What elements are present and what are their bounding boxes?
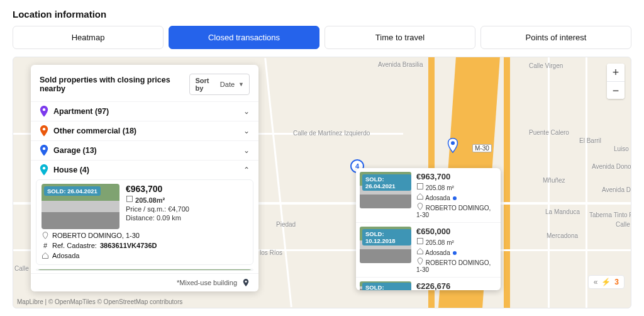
chevron-down-icon: ⌄ (243, 127, 250, 135)
results-panel: Sold properties with closing prices near… (31, 65, 258, 291)
svg-rect-7 (127, 196, 133, 202)
svg-point-6 (43, 167, 45, 169)
category-label: House (4) (53, 166, 238, 174)
chevron-down-icon: ⌄ (243, 146, 250, 155)
street-label: Puente Calero (529, 129, 569, 136)
street-label: los Ríos (260, 249, 282, 256)
street-label: Avenida Donostiarra (602, 186, 631, 193)
home-icon (416, 193, 424, 200)
tab-closed-transactions[interactable]: Closed transactions (169, 26, 319, 49)
popup-subtype: Adosada (416, 193, 497, 201)
listing-address: ROBERTO DOMINGO, 1-30 (42, 232, 248, 239)
category-list: Apartment (97) ⌄ Other commercial (18) ⌄… (31, 101, 258, 179)
street-label: Mñuñez (543, 177, 565, 184)
sold-badge: SOLD: 29.10.2018 (362, 283, 411, 290)
svg-point-8 (245, 281, 247, 283)
chevron-down-icon: ⌄ (243, 107, 250, 116)
sort-label: Sort by (195, 77, 216, 92)
panel-footer: *Mixed-use building (31, 273, 258, 291)
listing-card[interactable]: SOLD: 10.12.2018 (36, 269, 253, 271)
listing-subtype: Adosada (42, 252, 248, 259)
popup-card[interactable]: SOLD: 26.04.2021 €963,700 205.08 m² Ados… (356, 168, 501, 223)
street-label: Luiso (614, 145, 629, 152)
popup-price: €226,676 (416, 281, 450, 290)
pin-icon (40, 146, 48, 155)
street-label: Calle Virgen (529, 62, 563, 69)
category-apartment[interactable]: Apartment (97) ⌄ (31, 101, 258, 121)
popup-card[interactable]: SOLD: 29.10.2018 €226,676 (356, 278, 501, 290)
hash-icon: # (42, 242, 49, 249)
street-label: Avenida Brasilia (378, 61, 423, 68)
chevron-left-icon: « (594, 278, 598, 286)
svg-point-0 (451, 141, 455, 145)
listing-card[interactable]: SOLD: 26.04.2021 €963,700 205.08m² Price… (36, 179, 253, 265)
map-attribution: MapLibre | © OpenMapTiles © OpenStreetMa… (17, 298, 182, 305)
popup-thumbnail: SOLD: 10.12.2018 (360, 227, 411, 263)
category-house[interactable]: House (4) ⌃ (31, 160, 258, 179)
street-label: Avenida Donostiarra (592, 163, 631, 170)
popup-price: €650,000 (416, 227, 497, 236)
panel-title: Sold properties with closing prices near… (40, 76, 189, 93)
map-overlay-counter[interactable]: « ⚡ 3 (588, 275, 625, 289)
category-label: Apartment (97) (53, 107, 238, 116)
chevron-up-icon: ⌃ (243, 166, 250, 174)
street-label: Mercadona (547, 232, 578, 239)
bolt-icon: ⚡ (601, 278, 611, 286)
street-label: El Barril (579, 137, 601, 144)
pin-icon (42, 232, 49, 239)
tabs-row: Heatmap Closed transactions Time to trav… (0, 26, 644, 57)
street-label: Calle de la Virgen de la (616, 221, 631, 228)
svg-point-4 (43, 128, 45, 130)
sort-dropdown[interactable]: Sort by Date ▼ (189, 74, 250, 95)
category-label: Garage (13) (53, 146, 238, 155)
listing-cadastre: # Ref. Cadastre: 3863611VK4736D (42, 242, 248, 249)
category-garage[interactable]: Garage (13) ⌄ (31, 140, 258, 160)
listings-container: SOLD: 26.04.2021 €963,700 205.08m² Price… (31, 179, 258, 273)
pin-icon (40, 127, 48, 135)
attribution-osm[interactable]: © OpenStreetMap contributors (97, 298, 182, 305)
pin-icon (416, 203, 424, 210)
sort-value: Date (220, 81, 235, 88)
category-other-commercial[interactable]: Other commercial (18) ⌄ (31, 121, 258, 140)
sold-badge: SOLD: 10.12.2018 (362, 229, 411, 245)
map-container[interactable]: Calle de Martínez IzquierdoCalle de la V… (13, 57, 631, 308)
tab-heatmap[interactable]: Heatmap (13, 26, 164, 49)
pin-icon (241, 278, 251, 288)
zoom-out-button[interactable]: − (607, 81, 625, 99)
area-icon (416, 237, 424, 245)
popup-area: 205.08 m² (416, 237, 497, 246)
counter-value: 3 (614, 278, 619, 286)
caret-down-icon: ▼ (238, 81, 244, 87)
street-label: Piedad (276, 221, 296, 228)
popup-thumbnail: SOLD: 26.04.2021 (360, 172, 411, 208)
popup-address: ROBERTO DOMINGO, 1-30 (416, 203, 497, 218)
map-popup: SOLD: 26.04.2021 €963,700 205.08 m² Ados… (356, 168, 501, 290)
popup-area: 205.08 m² (416, 183, 497, 191)
listing-area: 205.08m² (126, 195, 189, 204)
popup-subtype: Adosada (416, 247, 497, 256)
pin-icon (40, 166, 48, 174)
pin-icon (447, 138, 458, 153)
svg-rect-2 (418, 239, 423, 244)
popup-card[interactable]: SOLD: 10.12.2018 €650,000 205.08 m² Ados… (356, 223, 501, 278)
tab-time-to-travel[interactable]: Time to travel (325, 26, 475, 49)
attribution-openmaptiles[interactable]: © OpenMapTiles (48, 298, 96, 305)
popup-price: €963,700 (416, 172, 497, 181)
attribution-maplibre[interactable]: MapLibre (17, 298, 43, 305)
home-icon (416, 247, 424, 255)
pin-icon (40, 107, 48, 116)
category-label: Other commercial (18) (53, 127, 238, 135)
zoom-in-button[interactable]: + (607, 64, 625, 81)
listing-price: €963,700 (126, 184, 189, 194)
listing-distance: Distance: 0.09 km (126, 214, 189, 222)
tab-points-of-interest[interactable]: Points of interest (480, 26, 631, 49)
sold-badge: SOLD: 26.04.2021 (44, 186, 101, 196)
area-icon (126, 195, 133, 203)
area-icon (416, 183, 424, 190)
popup-address: ROBERTO DOMINGO, 1-30 (416, 257, 497, 273)
popup-thumbnail: SOLD: 29.10.2018 (360, 281, 411, 290)
listing-thumbnail: SOLD: 26.04.2021 (42, 184, 119, 229)
zoom-controls: + − (607, 64, 625, 99)
map-pin[interactable] (447, 138, 458, 153)
home-icon (42, 252, 49, 259)
